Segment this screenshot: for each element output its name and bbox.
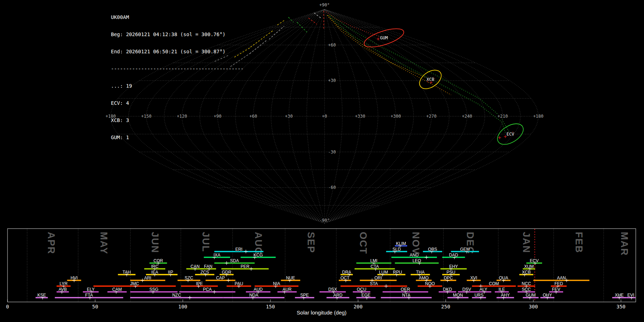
shower-label-IXA: IXA: [214, 253, 220, 258]
session-end: End: 20260121 06:50:21 (sol = 300.87°): [111, 49, 244, 54]
shower-label-KLIM: KLIM: [396, 241, 406, 246]
shower-label-EHY: EHY: [449, 264, 458, 269]
shower-label-EGE: EGE: [361, 293, 370, 298]
shower-label-XCB: XCB: [522, 270, 531, 275]
shower-label-PAU: PAU: [235, 281, 243, 286]
shower-label-NUE: NUE: [286, 275, 295, 280]
shower-label-AHY: AHY: [501, 293, 510, 298]
shower-label-AMO: AMO: [419, 275, 429, 280]
shower-label-IEA: IEA: [151, 270, 158, 275]
shower-label-NDA: NDA: [249, 293, 258, 298]
x-tick-label: 300: [529, 304, 538, 309]
month-label-MAY: MAY: [98, 232, 109, 255]
map-lat-label: -90°: [319, 218, 330, 223]
month-label-JUL: JUL: [200, 232, 211, 252]
shower-label-EVI: EVI: [628, 293, 634, 298]
shower-label-ORI: ORI: [374, 275, 382, 280]
x-tick-label: 50: [92, 304, 98, 309]
map-lon-label: +300: [391, 114, 401, 119]
month-label-JUN: JUN: [150, 232, 160, 253]
x-axis-label: Solar longitude (deg): [297, 309, 346, 316]
shower-label-OHY: OHY: [543, 293, 552, 298]
shower-label-FEV: FEV: [552, 287, 560, 292]
shower-label-JMC: JMC: [130, 281, 139, 286]
count-sporadic: ...: 19: [111, 83, 244, 89]
radiant-drift-track: [328, 15, 430, 79]
shower-label-AND: AND: [410, 253, 419, 258]
shower-label-PSU: PSU: [447, 270, 455, 275]
shower-label-MON: MON: [453, 293, 463, 298]
map-lon-label: +30: [285, 114, 293, 119]
map-meridian: [289, 9, 325, 223]
meteor-trail: [269, 26, 284, 39]
screen: +180+150+120+90+60+30+0+330+300+270+240+…: [0, 0, 644, 322]
shower-label-GDR: GDR: [222, 270, 231, 275]
shower-label-OER: OER: [401, 287, 410, 292]
shower-label-ALY: ALY: [479, 287, 487, 292]
shower-label-CAN: CAN: [191, 264, 200, 269]
x-tick-label: 250: [441, 304, 450, 309]
month-label-FEB: FEB: [574, 232, 584, 253]
shower-label-AUD: AUD: [254, 287, 263, 292]
x-tick-label: 150: [266, 304, 275, 309]
shower-label-COR: COR: [153, 258, 163, 263]
timeline-panel: APRMAYJUNJULAUGSEPOCTNOVDECJANFEBMARKLIM…: [6, 229, 636, 309]
shower-label-KSE: KSE: [38, 293, 46, 298]
meteor-trail: [250, 40, 267, 54]
shower-label-COM: COM: [489, 281, 499, 286]
shower-label-OCU: OCU: [357, 287, 366, 292]
shower-label-SCC: SCC: [522, 287, 531, 292]
shower-label-THA: THA: [416, 270, 425, 275]
shower-label-ERI: ERI: [235, 247, 243, 252]
shower-label-AUR: AUR: [283, 287, 292, 292]
shower-label-CAM: CAM: [112, 287, 122, 292]
map-lon-label: +270: [426, 114, 436, 119]
plot-canvas: +180+150+120+90+60+30+0+330+300+270+240+…: [0, 0, 644, 322]
shower-label-ECV: ECV: [530, 258, 539, 263]
radiant-label-XCB: XCB: [426, 77, 434, 82]
shower-label-NIA: NIA: [273, 281, 280, 286]
shower-label-LMI: LMI: [370, 258, 377, 263]
map-lon-label: +60: [249, 114, 257, 119]
shower-label-ZCS: ZCS: [200, 270, 209, 275]
map-lat-label: -60: [328, 185, 336, 190]
shower-label-NZC: NZC: [172, 293, 181, 298]
shower-label-XHE: XHE: [615, 293, 624, 298]
meteor-trail: [314, 13, 322, 19]
radiant-label-GUM: GUM: [380, 35, 388, 40]
map-lon-label: +180: [533, 114, 543, 119]
shower-label-FTA: FTA: [85, 293, 93, 298]
map-lat-label: +90°: [319, 3, 330, 8]
shower-label-ILE: ILE: [499, 287, 505, 292]
shower-label-IIP: IIP: [168, 270, 173, 275]
radiant-ellipses: GUMXCBECV: [362, 25, 527, 149]
map-lat-label: -30: [328, 150, 336, 155]
shower-label-QUA: QUA: [499, 275, 508, 280]
shower-label-XVI: XVI: [470, 275, 477, 280]
shower-label-URS: URS: [474, 293, 483, 298]
shower-label-AAN: AAN: [557, 275, 566, 280]
shower-label-XUM: XUM: [524, 264, 534, 269]
map-lon-label: +330: [355, 114, 365, 119]
shower-label-SLD: SLD: [392, 247, 401, 252]
station-id: UK00AM: [111, 14, 244, 20]
shower-label-LYR: LYR: [60, 281, 68, 286]
shower-label-OCT: OCT: [340, 275, 350, 280]
shower-label-GUM: GUM: [526, 293, 536, 298]
shower-label-DSX: DSX: [328, 287, 337, 292]
shower-label-CTA: CTA: [371, 264, 379, 269]
info-block: UK00AM Beg: 20260121 04:12:38 (sol = 300…: [111, 3, 244, 152]
shower-label-FED: FED: [555, 281, 563, 286]
x-tick-label: 100: [178, 304, 187, 309]
meteor-trail: [308, 18, 317, 24]
shower-label-LUM: LUM: [379, 270, 388, 275]
map-lon-label: +240: [462, 114, 472, 119]
shower-label-ARI: ARI: [144, 275, 151, 280]
shower-label-STA: STA: [370, 281, 378, 286]
shower-label-DKD: DKD: [443, 287, 452, 292]
count-xcb: XCB: 3: [111, 117, 244, 123]
shower-label-NOO: NOO: [425, 281, 435, 286]
shower-label-ARD: ARD: [333, 293, 343, 298]
shower-label-SSG: SSG: [149, 287, 158, 292]
shower-label-IRC: IRC: [151, 264, 158, 269]
